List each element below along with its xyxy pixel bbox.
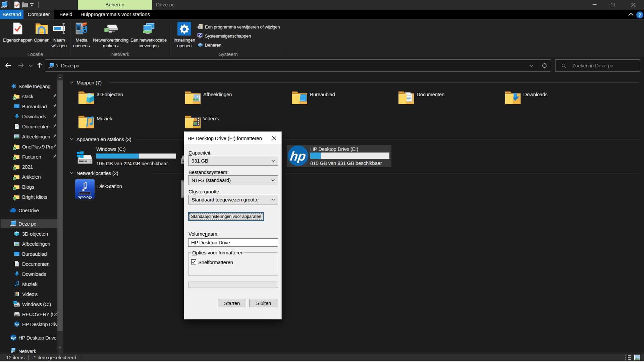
svg-text:Synology: Synology xyxy=(78,195,92,199)
